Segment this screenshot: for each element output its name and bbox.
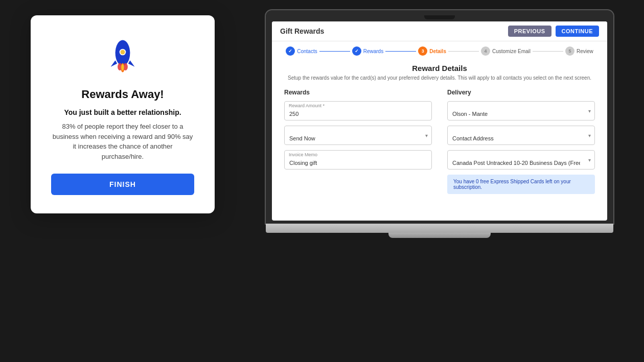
ship-to-group: Ship to * Contact Address ▾ [447, 126, 595, 145]
rocket-icon [100, 34, 146, 80]
step-label-review: Review [577, 49, 593, 54]
popup-body: 83% of people report they feel closer to… [51, 122, 194, 161]
reward-amount-group: Reward Amount * [284, 101, 432, 120]
svg-point-6 [121, 64, 124, 70]
laptop-screen-outer: Gift Rewards PREVIOUS CONTINUE ✓ Contact… [266, 10, 613, 224]
step-circle-customize: 4 [481, 46, 490, 56]
ship-to-select[interactable]: Contact Address [447, 126, 595, 145]
step-connector-2 [385, 51, 416, 52]
invoice-memo-group: Invoice Memo [284, 150, 432, 170]
scheduling-group: Scheduling * Send Now ▾ [284, 126, 432, 145]
steps-bar: ✓ Contacts ✓ Rewards 3 Details 4 Customi… [272, 41, 607, 59]
continue-button[interactable]: CONTINUE [556, 26, 599, 37]
laptop-screen: Gift Rewards PREVIOUS CONTINUE ✓ Contact… [272, 21, 607, 221]
step-connector-4 [533, 51, 563, 52]
step-circle-contacts: ✓ [286, 46, 295, 56]
form-grid: Rewards Reward Amount * Scheduling * Sen… [284, 89, 595, 194]
main-content: Reward Details Setup the rewards value f… [272, 59, 607, 199]
shipping-method-select-wrapper: Canada Post Untracked 10-20 Business Day… [447, 150, 595, 170]
finish-button[interactable]: FINISH [51, 174, 194, 195]
app-header: Gift Rewards PREVIOUS CONTINUE [272, 21, 607, 41]
rewards-section-title: Rewards [284, 89, 432, 96]
step-rewards: ✓ Rewards [352, 46, 383, 56]
svg-point-2 [121, 50, 125, 55]
laptop-base [266, 224, 613, 233]
shipping-method-group: Select Shipping Method * Canada Post Unt… [447, 150, 595, 170]
popup-highlight: You just built a better relationship. [64, 108, 181, 116]
step-circle-details: 3 [418, 46, 427, 56]
popup-title: Rewards Away! [81, 88, 164, 101]
step-circle-rewards: ✓ [352, 46, 361, 56]
app-title: Gift Rewards [280, 27, 324, 35]
step-label-contacts: Contacts [297, 49, 317, 54]
header-buttons: PREVIOUS CONTINUE [508, 26, 599, 37]
sender-select[interactable]: Olson - Mante [447, 101, 595, 120]
shipping-method-select[interactable]: Canada Post Untracked 10-20 Business Day… [447, 150, 595, 170]
step-review: 5 Review [565, 46, 593, 56]
step-label-customize: Customize Email [492, 49, 531, 54]
step-circle-review: 5 [565, 46, 574, 56]
invoice-memo-input[interactable] [284, 150, 432, 170]
section-subtitle: Setup the rewards value for the card(s) … [284, 75, 595, 82]
sender-group: Sender * Olson - Mante ▾ [447, 101, 595, 120]
ship-to-select-wrapper: Contact Address ▾ [447, 126, 595, 145]
laptop-stand [388, 233, 491, 238]
rewards-popup: Rewards Away! You just built a better re… [31, 15, 215, 213]
delivery-section-title: Delivery [447, 89, 595, 96]
laptop-notch [424, 15, 455, 19]
step-connector-3 [448, 51, 479, 52]
scheduling-select[interactable]: Send Now [284, 126, 432, 145]
step-label-rewards: Rewards [363, 49, 383, 54]
step-label-details: Details [429, 49, 446, 54]
step-contacts: ✓ Contacts [286, 46, 317, 56]
sender-select-wrapper: Olson - Mante ▾ [447, 101, 595, 120]
reward-amount-input[interactable] [284, 101, 432, 120]
section-title: Reward Details [284, 64, 595, 73]
scheduling-select-wrapper: Send Now ▾ [284, 126, 432, 145]
laptop-container: Gift Rewards PREVIOUS CONTINUE ✓ Contact… [266, 10, 613, 255]
info-banner: You have 0 free Express Shipped Cards le… [447, 175, 595, 194]
rewards-column: Rewards Reward Amount * Scheduling * Sen… [284, 89, 432, 194]
delivery-column: Delivery Sender * Olson - Mante ▾ [447, 89, 595, 194]
previous-button[interactable]: PREVIOUS [508, 26, 551, 37]
step-customize: 4 Customize Email [481, 46, 531, 56]
step-connector-1 [319, 51, 350, 52]
step-details: 3 Details [418, 46, 446, 56]
